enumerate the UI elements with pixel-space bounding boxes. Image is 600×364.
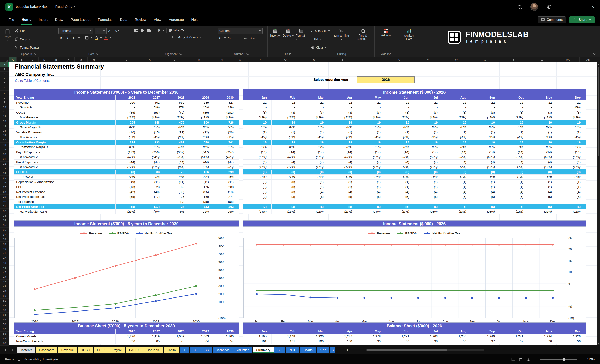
cell[interactable]: (17%) <box>500 165 528 169</box>
cell[interactable]: (67%) <box>243 155 272 159</box>
cell[interactable]: 87% <box>386 125 414 130</box>
cell[interactable]: (4) <box>386 160 414 164</box>
cell[interactable]: 25% <box>189 105 214 110</box>
cell[interactable]: (5) <box>386 204 414 209</box>
normal-view-button[interactable] <box>511 357 515 361</box>
zoom-level[interactable]: 115% <box>587 358 595 361</box>
row-label-cell[interactable]: Tax Expense <box>14 199 116 204</box>
cell[interactable]: (4%) <box>329 135 357 140</box>
cell[interactable]: (5) <box>443 204 471 209</box>
cell[interactable]: (4%) <box>500 135 528 140</box>
column-header-Y[interactable]: Y <box>499 57 528 62</box>
cell[interactable]: - <box>357 105 386 110</box>
cell[interactable]: - <box>386 105 414 110</box>
cell[interactable]: (4%) <box>300 135 329 140</box>
cell[interactable]: (3%) <box>165 135 189 140</box>
cell[interactable]: 23 <box>140 184 165 189</box>
cell[interactable]: (14) <box>300 150 329 155</box>
cell[interactable]: (3) <box>443 110 471 115</box>
sheet-tab-capex[interactable]: CAPEX <box>126 347 143 353</box>
cell[interactable]: (0) <box>414 170 443 174</box>
cell[interactable]: - <box>443 199 471 204</box>
cell[interactable]: 5% <box>165 209 189 214</box>
column-header-O[interactable]: O <box>232 57 248 62</box>
cell[interactable]: 69 <box>165 184 189 189</box>
cell[interactable]: (14) <box>528 150 557 155</box>
account-button[interactable] <box>527 0 542 14</box>
cell[interactable]: (42) <box>116 190 140 194</box>
column-header-L[interactable]: L <box>162 57 187 62</box>
cell[interactable]: (4%) <box>116 135 140 140</box>
align-top-button[interactable] <box>133 28 139 33</box>
cell[interactable]: 83% <box>357 145 386 150</box>
column-header-cell[interactable]: Jun <box>386 329 414 334</box>
cell[interactable]: 19 <box>500 120 528 125</box>
row-label-cell[interactable]: EBIT <box>14 184 116 189</box>
cell[interactable]: 726 <box>214 120 239 125</box>
cell[interactable]: (9) <box>165 199 189 204</box>
row-header-54[interactable]: 54 <box>0 313 9 317</box>
column-header-T[interactable]: T <box>357 57 385 62</box>
accessibility-status[interactable]: Accessibility: Investigate <box>24 358 58 361</box>
cell[interactable]: (22) <box>189 130 214 135</box>
cell[interactable]: 16% <box>189 209 214 214</box>
cell[interactable]: 150 <box>189 194 214 199</box>
cell[interactable]: (23%) <box>414 209 443 214</box>
row-label-cell[interactable]: Revenue <box>14 100 116 105</box>
column-header-cell[interactable]: 2027 <box>140 329 165 334</box>
cell[interactable]: (14) <box>471 150 500 155</box>
row-header-15[interactable]: 15 <box>0 128 9 133</box>
column-header-R[interactable]: R <box>300 57 328 62</box>
cell[interactable]: (1%) <box>243 174 272 179</box>
vertical-scrollbar-thumb[interactable] <box>598 67 599 156</box>
percent-style-button[interactable]: % <box>227 35 232 41</box>
cell[interactable]: (3) <box>414 110 443 115</box>
row-header-27[interactable]: 27 <box>0 185 9 190</box>
column-header-cell[interactable]: Mar <box>300 329 329 334</box>
cell[interactable]: (1) <box>557 184 586 189</box>
row-label-cell[interactable]: % of Revenue <box>14 115 116 120</box>
cell[interactable]: 99 <box>357 339 386 344</box>
cell[interactable]: 100 <box>329 339 357 344</box>
cell[interactable]: (61%) <box>165 155 189 159</box>
cell[interactable]: 87% <box>165 125 189 130</box>
cell[interactable]: (67%) <box>471 155 500 159</box>
column-header-cell[interactable]: May <box>357 95 386 100</box>
cell[interactable]: (23%) <box>357 209 386 214</box>
cell[interactable]: (38) <box>189 199 214 204</box>
cell[interactable]: (173) <box>116 150 140 155</box>
cell[interactable]: (22%) <box>300 209 329 214</box>
cell[interactable]: 79 <box>165 170 189 174</box>
cell[interactable]: (4%) <box>528 135 557 140</box>
cell[interactable]: 18 <box>557 140 586 145</box>
cell[interactable]: (1) <box>557 130 586 135</box>
sheet-tab-roic[interactable]: ROIC <box>286 347 300 353</box>
cell[interactable]: - <box>272 199 300 204</box>
cell[interactable]: 19 <box>357 120 386 125</box>
cell[interactable]: 84% <box>165 145 189 150</box>
font-size-select[interactable]: 8 <box>95 28 107 34</box>
cell[interactable]: 333 <box>140 140 165 145</box>
cell[interactable]: 113 <box>189 204 214 209</box>
cell[interactable]: - <box>414 199 443 204</box>
align-bottom-button[interactable] <box>146 28 152 33</box>
cell[interactable]: 83% <box>300 145 329 150</box>
cell[interactable]: (5) <box>471 204 500 209</box>
cell[interactable]: (3) <box>243 110 272 115</box>
cell[interactable]: (67%) <box>443 155 471 159</box>
cell[interactable]: 83% <box>443 145 471 150</box>
cell[interactable]: (4) <box>300 160 329 164</box>
cell[interactable]: (17%) <box>414 165 443 169</box>
cell[interactable]: (44) <box>116 160 140 164</box>
toc-link[interactable]: Go to Table of Contents <box>15 79 50 83</box>
cell[interactable]: (14) <box>357 150 386 155</box>
cell[interactable]: (1%) <box>357 174 386 179</box>
row-header-29[interactable]: 29 <box>0 195 9 199</box>
column-header-C[interactable]: C <box>27 57 39 62</box>
cell[interactable]: (11) <box>214 180 239 184</box>
minimize-button[interactable]: – <box>557 0 571 14</box>
cell[interactable]: (4%) <box>557 135 586 140</box>
cell[interactable]: (44) <box>214 160 239 164</box>
cell[interactable]: (9) <box>116 180 140 184</box>
menu-home[interactable]: Home <box>19 14 34 26</box>
